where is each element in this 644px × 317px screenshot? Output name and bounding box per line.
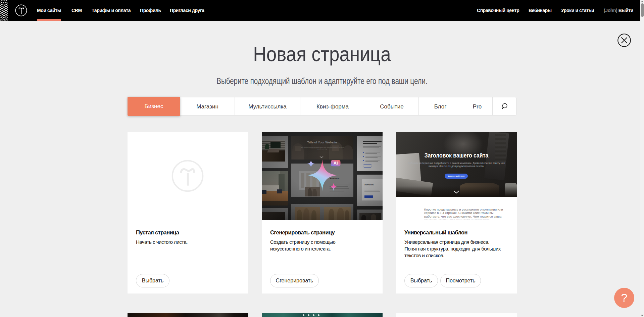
svg-text:AI: AI	[334, 161, 338, 166]
